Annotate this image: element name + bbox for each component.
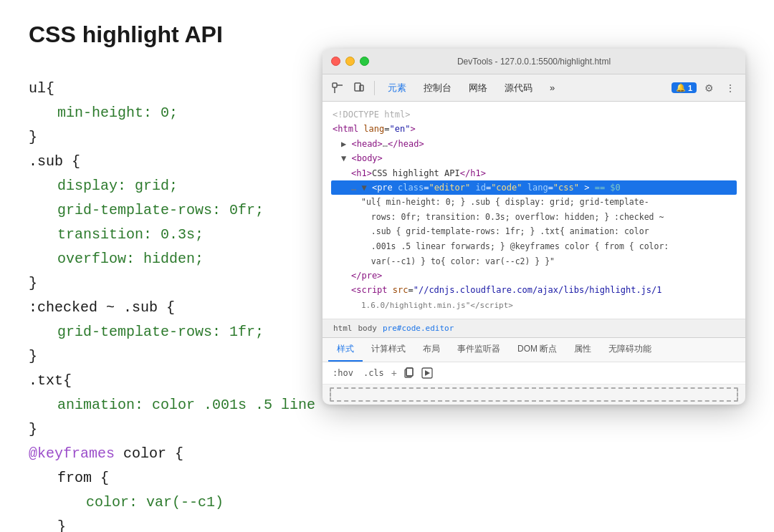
breadcrumb-bar: html body pre#code.editor — [322, 319, 745, 338]
inspect-element-button[interactable] — [328, 79, 347, 97]
dom-head[interactable]: ▶ <head>…</head> — [331, 137, 737, 151]
dom-pre-selected[interactable]: … ▼ <pre class="editor" id="code" lang="… — [331, 180, 737, 195]
head-triangle[interactable]: ▶ — [341, 139, 346, 149]
page-title: CSS highlight API — [29, 21, 745, 48]
svg-rect-0 — [333, 83, 337, 87]
styles-panel-tabs: 样式 计算样式 布局 事件监听器 DOM 断点 属性 无障碍功能 — [322, 338, 745, 362]
notification-badge[interactable]: 🔔 1 — [672, 82, 697, 93]
play-icon[interactable] — [420, 366, 434, 380]
dom-h1[interactable]: <h1>CSS highlight API</h1> — [331, 166, 737, 180]
minimize-button[interactable] — [345, 57, 355, 66]
css-line-17: from { — [29, 466, 745, 490]
dom-html[interactable]: <html lang="en"> — [331, 122, 737, 136]
dom-pre-content-2: rows: 0fr; transition: 0.3s; overflow: h… — [331, 210, 737, 225]
dom-pre-content-4: .001s .5 linear forwards; } @keyframes c… — [331, 239, 737, 254]
device-mode-button[interactable] — [350, 79, 368, 97]
tab-styles[interactable]: 样式 — [328, 338, 363, 362]
css-line-19: } — [29, 515, 745, 532]
body-triangle[interactable]: ▼ — [341, 153, 346, 163]
svg-rect-4 — [360, 85, 363, 91]
cursor-icon — [332, 82, 343, 94]
add-style-button[interactable]: + — [391, 367, 397, 379]
h1-text: CSS highlight API — [372, 168, 460, 178]
maximize-button[interactable] — [360, 57, 369, 66]
tab-properties[interactable]: 属性 — [565, 338, 600, 362]
elements-tab[interactable]: 元素 — [381, 79, 414, 97]
svg-rect-6 — [406, 368, 413, 376]
dom-doctype: <!DOCTYPE html> — [331, 107, 737, 122]
more-options-button[interactable]: ⋮ — [721, 79, 740, 97]
breadcrumb-pre[interactable]: pre#code.editor — [381, 323, 456, 334]
device-icon — [353, 82, 365, 94]
dom-pre-content-1: "ul{ min-height: 0; } .sub { display: gr… — [331, 195, 737, 210]
devtools-titlebar: DevTools - 127.0.0.1:5500/highlight.html — [322, 49, 745, 74]
dom-tree-panel: <!DOCTYPE html> <html lang="en"> ▶ <head… — [322, 102, 745, 319]
breadcrumb-html[interactable]: html — [331, 323, 355, 334]
h1-tag: <h1> — [351, 168, 372, 178]
sources-tab[interactable]: 源代码 — [497, 79, 540, 97]
traffic-lights — [331, 57, 369, 66]
devtools-main-toolbar: 元素 控制台 网络 源代码 » 🔔 1 ⚙ ⋮ — [322, 74, 745, 102]
doctype-text: <!DOCTYPE html> — [333, 110, 410, 120]
toolbar-divider-1 — [374, 81, 375, 95]
tab-event-listeners[interactable]: 事件监听器 — [449, 338, 509, 362]
css-line-16: @keyframes color { — [29, 442, 745, 466]
cls-button[interactable]: .cls — [360, 367, 387, 379]
network-tab[interactable]: 网络 — [462, 79, 494, 97]
devtools-title: DevTools - 127.0.0.1:5500/highlight.html — [457, 57, 611, 67]
styles-toolbar: :hov .cls + — [322, 362, 745, 385]
lang-value: "en" — [390, 124, 411, 134]
dom-script-cont: 1.6.0/highlight.min.js"</script> — [331, 298, 737, 313]
tab-computed[interactable]: 计算样式 — [363, 338, 414, 362]
tab-dom-breakpoints[interactable]: DOM 断点 — [509, 338, 565, 362]
body-tag: <body> — [351, 153, 382, 163]
svg-marker-9 — [425, 370, 430, 376]
dom-pre-content-5: var(--c1) } to{ color: var(--c2) } }" — [331, 254, 737, 269]
lang-attr: lang — [363, 124, 384, 134]
notification-count: 1 — [688, 84, 692, 92]
html-tag: <html — [333, 124, 358, 134]
breadcrumb-body[interactable]: body — [356, 323, 380, 334]
css-line-15: } — [29, 417, 745, 442]
copy-styles-icon[interactable] — [401, 366, 416, 380]
notification-icon: 🔔 — [676, 83, 686, 92]
close-button[interactable] — [331, 57, 340, 66]
dom-pre-content-3: .sub { grid-template-rows: 1fr; } .txt{ … — [331, 224, 737, 239]
console-tab[interactable]: 控制台 — [416, 79, 459, 97]
head-tag: <head> — [351, 139, 382, 149]
settings-button[interactable]: ⚙ — [699, 79, 718, 97]
dom-body[interactable]: ▼ <body> — [331, 151, 737, 165]
dom-script[interactable]: <script src="//cdnjs.cloudflare.com/ajax… — [331, 283, 737, 297]
style-preview-box — [330, 387, 738, 402]
css-line-18: color: var(--c1) — [29, 490, 745, 515]
tab-accessibility[interactable]: 无障碍功能 — [600, 338, 660, 362]
tab-layout[interactable]: 布局 — [414, 338, 449, 362]
more-tabs-button[interactable]: » — [543, 79, 562, 96]
hov-button[interactable]: :hov — [330, 367, 356, 379]
dom-pre-close[interactable]: </pre> — [331, 269, 737, 283]
devtools-window: DevTools - 127.0.0.1:5500/highlight.html… — [322, 49, 745, 405]
